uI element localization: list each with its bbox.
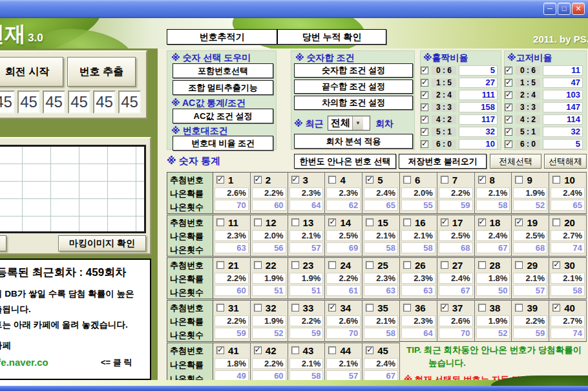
never-drawn-select-button[interactable]: 한번도 안나온 번호 선택 <box>294 154 396 169</box>
number-checkbox[interactable] <box>552 176 560 184</box>
high-low-checkbox[interactable] <box>505 116 512 123</box>
cafe-url-link[interactable]: afe.naver.co <box>0 357 48 368</box>
number-checkbox[interactable] <box>515 261 523 269</box>
include-number-select-button[interactable]: 포함번호선택 <box>173 63 273 78</box>
number-tracker-button[interactable]: 번호추적기 <box>167 29 277 45</box>
number-checkbox[interactable] <box>366 218 373 226</box>
ac-condition-button[interactable]: AC값 조건 설정 <box>173 109 273 123</box>
number-checkbox[interactable] <box>403 304 411 312</box>
round-analysis-apply-button[interactable]: 회차 분석 적용 <box>294 134 413 149</box>
number-checkbox[interactable] <box>254 261 262 269</box>
number-checkbox[interactable] <box>478 176 486 184</box>
high-low-checkbox[interactable] <box>505 140 512 148</box>
number-checkbox[interactable] <box>291 346 299 354</box>
number-checkbox[interactable] <box>552 304 560 312</box>
number-checkbox[interactable] <box>216 304 224 312</box>
minimize-icon[interactable]: ─ <box>543 3 556 15</box>
odd-even-value-field: 10 <box>459 139 498 149</box>
odd-even-checkbox[interactable] <box>421 140 428 148</box>
number-checkbox[interactable] <box>478 304 486 312</box>
odd-even-checkbox[interactable] <box>421 103 428 111</box>
odd-even-checkbox[interactable] <box>421 116 428 123</box>
number-checkbox[interactable] <box>441 304 448 312</box>
odd-even-checkbox[interactable] <box>421 91 428 99</box>
number-checkbox[interactable] <box>478 218 486 226</box>
number-checkbox[interactable] <box>291 218 299 226</box>
number-checkbox[interactable] <box>216 346 224 354</box>
number-checkbox[interactable] <box>291 304 299 312</box>
number-checkbox[interactable] <box>291 176 299 184</box>
number-checkbox[interactable] <box>328 218 336 226</box>
number-checkbox[interactable] <box>552 218 560 226</box>
number-extract-button[interactable]: 번호 추출 <box>67 57 136 87</box>
stats-row-label: 나온횟수 <box>167 328 213 341</box>
high-low-checkbox[interactable] <box>505 103 512 111</box>
range-ratio-condition-button[interactable]: 번호대 비율 조건 <box>173 136 273 151</box>
number-checkbox[interactable] <box>328 176 336 184</box>
number-checkbox[interactable] <box>328 304 336 312</box>
probability-field: 2.1% <box>289 358 324 369</box>
number-checkbox[interactable] <box>254 346 262 354</box>
number-checkbox[interactable] <box>366 346 373 354</box>
number-checkbox[interactable] <box>216 176 224 184</box>
high-low-checkbox[interactable] <box>505 79 512 87</box>
select-all-button[interactable]: 전체선택 <box>490 154 541 169</box>
number-checkbox[interactable] <box>515 176 523 184</box>
number-checkbox[interactable] <box>515 304 523 312</box>
chevron-down-icon[interactable]: ▼ <box>352 116 363 130</box>
number-cell-header: 4 <box>325 173 362 187</box>
number-checkbox[interactable] <box>216 261 224 269</box>
number-label: 4 <box>340 174 345 185</box>
number-cell: 312.2%59 <box>213 300 251 342</box>
last-digit-sum-condition-button[interactable]: 끝수합 조건 설정 <box>294 79 413 94</box>
number-checkbox[interactable] <box>366 176 373 184</box>
number-checkbox[interactable] <box>403 218 411 226</box>
number-label: 29 <box>527 260 538 271</box>
number-checkbox[interactable] <box>254 218 262 226</box>
number-checkbox[interactable] <box>366 304 373 312</box>
spin-start-button[interactable]: 회전 시작 <box>0 57 63 87</box>
cafe-label: 카페 <box>0 340 11 352</box>
odd-even-checkbox[interactable] <box>421 79 428 87</box>
number-checkbox[interactable] <box>328 346 336 354</box>
load-saved-numbers-button[interactable]: 저장번호 불러오기 <box>399 154 487 169</box>
number-checkbox[interactable] <box>403 261 411 269</box>
odd-even-checkbox[interactable] <box>421 67 428 74</box>
number-label: 5 <box>377 174 383 185</box>
recent-round-dropdown[interactable]: 전체 ▼ <box>328 116 370 131</box>
number-checkbox[interactable] <box>403 176 411 184</box>
high-low-checkbox[interactable] <box>505 128 512 136</box>
number-cell-header: 29 <box>512 258 549 272</box>
deselect-all-button[interactable]: 선택해제 <box>544 154 587 169</box>
count-field: 52 <box>513 200 547 211</box>
number-cell: 152.1%58 <box>362 215 400 257</box>
number-checkbox[interactable] <box>441 218 448 226</box>
number-label: 25 <box>377 260 388 271</box>
number-checkbox[interactable] <box>441 176 448 184</box>
high-low-checkbox[interactable] <box>505 67 512 74</box>
number-checkbox[interactable] <box>552 261 560 269</box>
number-label: 37 <box>452 302 463 313</box>
number-cell: 182.4%67 <box>475 215 512 257</box>
number-checkbox[interactable] <box>216 218 224 226</box>
number-checkbox[interactable] <box>254 176 262 184</box>
cut-button-fragment[interactable] <box>0 235 6 251</box>
combo-multi-extract-button[interactable]: 조합 멀티추출기능 <box>173 80 273 95</box>
difference-sum-condition-button[interactable]: 차의합 조건 설정 <box>294 96 413 110</box>
close-icon[interactable]: ✕ <box>572 3 585 15</box>
marking-image-check-button[interactable]: 마킹이미지 확인 <box>58 235 146 251</box>
maximize-icon[interactable]: □ <box>558 3 571 15</box>
high-low-checkbox[interactable] <box>505 91 512 99</box>
number-checkbox[interactable] <box>254 304 262 312</box>
number-checkbox[interactable] <box>515 218 523 226</box>
winning-accumulate-button[interactable]: 당번 누적 확인 <box>277 29 386 45</box>
number-slot: 45 <box>0 90 15 114</box>
number-sum-condition-button[interactable]: 숫자합 조건 설정 <box>294 63 413 78</box>
number-checkbox[interactable] <box>366 261 373 269</box>
number-checkbox[interactable] <box>291 261 299 269</box>
odd-even-checkbox[interactable] <box>421 128 428 136</box>
number-checkbox[interactable] <box>441 261 448 269</box>
number-checkbox[interactable] <box>478 261 486 269</box>
stats-row-label: 추첨번호 <box>167 258 213 271</box>
number-checkbox[interactable] <box>328 261 336 269</box>
